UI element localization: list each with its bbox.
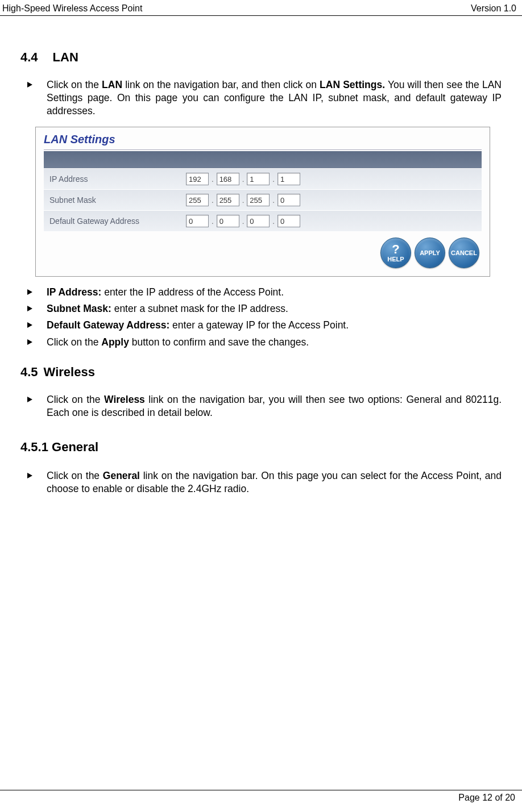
ip-octet-input[interactable]: 0 [186,215,209,227]
ip-octet-input[interactable]: 255 [186,194,209,206]
subnet-mask-inputs: 255. 255. 255. 0 [186,194,300,206]
ip-address-inputs: 192. 168. 1. 1 [186,173,300,185]
ip-octet-input[interactable]: 0 [247,215,270,227]
ip-octet-input[interactable]: 0 [277,194,300,206]
header-title: High-Speed Wireless Access Point [2,3,142,14]
panel-subheader-bar [44,151,482,168]
page-header: High-Speed Wireless Access Point Version… [0,0,522,16]
ip-address-bullet: IP Address: enter the IP address of the … [27,286,502,299]
row-label: Default Gateway Address [49,216,186,226]
subsection-number: 4.5.1 [20,440,48,454]
row-label: IP Address [49,174,186,184]
section-number: 4.4 [20,50,38,65]
help-icon: ? [392,243,399,256]
row-ip-address: IP Address 192. 168. 1. 1 [44,169,482,190]
ip-octet-input[interactable]: 255 [217,194,239,206]
general-intro-list: Click on the General link on the navigat… [27,469,502,495]
ip-octet-input[interactable]: 0 [217,215,239,227]
ip-octet-input[interactable]: 192 [186,173,209,185]
page-footer: Page 12 of 20 [0,790,522,803]
subnet-mask-bullet: Subnet Mask: enter a subnet mask for the… [27,302,502,315]
wireless-intro-bullet: Click on the Wireless link on the naviga… [27,393,502,419]
subsection-label: General [52,440,98,454]
panel-title: LAN Settings [44,133,482,150]
gateway-inputs: 0. 0. 0. 0 [186,215,300,227]
ip-octet-input[interactable]: 168 [217,173,239,185]
gateway-bullet: Default Gateway Address: enter a gateway… [27,319,502,332]
page-content: 4.4LAN Click on the LAN link on the navi… [0,16,522,495]
cancel-button[interactable]: CANCEL [449,238,479,268]
lan-detail-list: IP Address: enter the IP address of the … [27,286,502,348]
panel-buttons: ? HELP APPLY CANCEL [44,232,482,268]
section-label: Wireless [44,365,95,379]
apply-bullet: Click on the Apply button to confirm and… [27,336,502,349]
help-button[interactable]: ? HELP [380,238,411,268]
lan-intro-list: Click on the LAN link on the navigation … [27,78,502,118]
section-4-5-title: 4.5Wireless [20,365,502,380]
header-version: Version 1.0 [471,3,516,14]
ip-octet-input[interactable]: 0 [277,215,300,227]
section-4-5-1-title: 4.5.1 General [20,440,502,455]
section-label: LAN [53,50,78,64]
page-number: Page 12 of 20 [458,793,515,802]
general-intro-bullet: Click on the General link on the navigat… [27,469,502,495]
row-subnet-mask: Subnet Mask 255. 255. 255. 0 [44,190,482,211]
lan-settings-panel: LAN Settings IP Address 192. 168. 1. 1 S… [35,127,490,277]
apply-button[interactable]: APPLY [415,238,445,268]
ip-octet-input[interactable]: 1 [277,173,300,185]
row-label: Subnet Mask [49,195,186,205]
ip-octet-input[interactable]: 255 [247,194,270,206]
row-default-gateway: Default Gateway Address 0. 0. 0. 0 [44,211,482,232]
section-4-4-title: 4.4LAN [20,50,502,65]
lan-intro-bullet: Click on the LAN link on the navigation … [27,78,502,118]
section-number: 4.5 [20,365,38,380]
wireless-intro-list: Click on the Wireless link on the naviga… [27,393,502,419]
ip-octet-input[interactable]: 1 [247,173,270,185]
